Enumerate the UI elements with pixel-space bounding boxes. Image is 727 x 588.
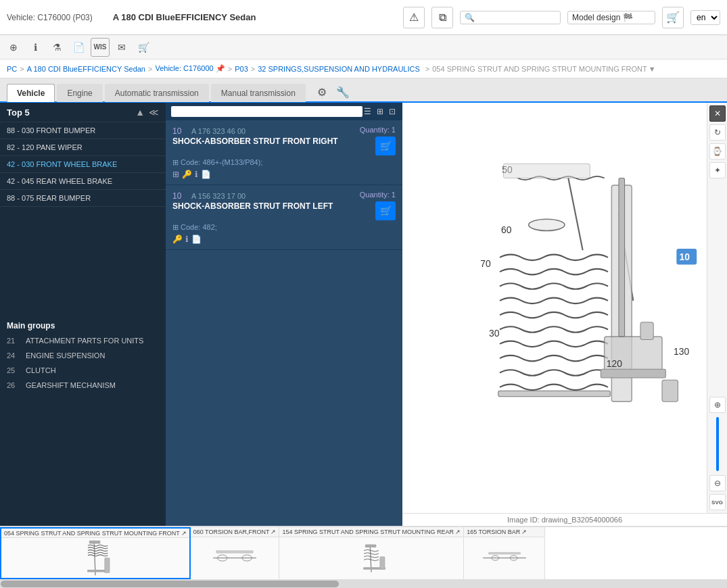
- thumbnail-2-img: [279, 537, 463, 579]
- cart2-icon[interactable]: 🛒: [134, 38, 153, 57]
- parts-item-1-key-icon[interactable]: 🔑: [172, 235, 183, 244]
- breadcrumb-sep3: >: [228, 65, 232, 73]
- tab-auto-trans[interactable]: Automatic transmission: [105, 84, 209, 102]
- diagram-history-icon[interactable]: ⌚: [709, 143, 726, 160]
- breadcrumb-dropdown-arrow[interactable]: ▼: [649, 65, 656, 73]
- thumbnail-0[interactable]: 054 SPRING STRUT AND SPRING STRUT MOUNTI…: [0, 527, 191, 579]
- top5-expand-icon[interactable]: ≪: [149, 107, 159, 118]
- model-label: A 180 CDI BlueEFFICIENCY Sedan: [113, 12, 256, 22]
- sidebar-group-3[interactable]: 26 GEARSHIFT MECHANISM: [0, 378, 166, 393]
- svg-rect-13: [105, 558, 110, 573]
- parts-item-1[interactable]: 10 A 156 323 17 00 SHOCK-ABSORBER STRUT …: [166, 185, 402, 250]
- parts-item-0-name: SHOCK-ABSORBER STRUT FRONT RIGHT: [172, 137, 338, 147]
- cart-icon[interactable]: 🛒: [662, 7, 684, 28]
- parts-list-header: ☰ ⊞ ⊡: [166, 103, 402, 120]
- label-10: 10: [680, 251, 690, 262]
- svg-rect-4: [619, 178, 625, 337]
- tab-engine[interactable]: Engine: [57, 84, 102, 102]
- top-search-input[interactable]: [475, 13, 556, 22]
- diagram-toolbar: ✕ ↻ ⌚ ✦ ⊕ ⊖ SVG: [707, 103, 727, 513]
- diagram-cross-icon[interactable]: ✦: [709, 162, 726, 178]
- label-130: 130: [674, 346, 689, 357]
- breadcrumb-model[interactable]: A 180 CDI BlueEFFICIENCY Sedan: [27, 65, 145, 73]
- diagram-zoom-out-btn[interactable]: ⊖: [709, 475, 726, 491]
- parts-item-0[interactable]: 10 A 176 323 46 00 SHOCK-ABSORBER STRUT …: [166, 120, 402, 185]
- top5-item-2[interactable]: 42 - 030 FRONT WHEEL BRAKE: [0, 156, 166, 173]
- svg-rect-7: [640, 322, 653, 340]
- svg-rect-17: [216, 551, 254, 554]
- thumb-svg-0: [68, 539, 122, 577]
- parts-item-1-info-icon[interactable]: ℹ: [185, 235, 189, 244]
- label-70: 70: [480, 258, 491, 269]
- parts-search-input[interactable]: [171, 106, 362, 117]
- parts-item-0-doc-icon[interactable]: 📄: [201, 170, 211, 179]
- warning-icon[interactable]: ⚠: [403, 7, 425, 28]
- breadcrumb-p03[interactable]: P03: [235, 65, 248, 73]
- svg-rect-19: [365, 545, 376, 548]
- thumbnail-0-img: [1, 538, 189, 578]
- copy-icon[interactable]: ⧉: [431, 7, 453, 28]
- label-60: 60: [501, 224, 512, 235]
- diagram-rotate-icon[interactable]: ↻: [709, 124, 726, 141]
- parts-item-1-doc-icon[interactable]: 📄: [191, 235, 202, 244]
- info-icon[interactable]: ℹ: [26, 38, 45, 57]
- top5-item-3[interactable]: 42 - 045 REAR WHEEL BRAKE: [0, 173, 166, 190]
- top5-item-2-name: FRONT WHEEL BRAKE: [36, 160, 117, 168]
- diagram-canvas[interactable]: 50 60 70: [402, 103, 727, 513]
- model-design-box[interactable]: Model design 🏁: [567, 11, 655, 24]
- svg-rect-2: [498, 391, 610, 397]
- thumbnail-2[interactable]: 154 SPRING STRUT AND SPRING STRUT MOUNTI…: [279, 527, 464, 579]
- document-icon[interactable]: 📄: [69, 38, 88, 57]
- top-search-box: 🔍: [460, 11, 561, 24]
- sidebar-group-2[interactable]: 25 CLUTCH: [0, 363, 166, 378]
- breadcrumb-sep2: >: [148, 65, 152, 73]
- diagram-svg-icon[interactable]: SVG: [709, 494, 726, 510]
- thumbnail-3[interactable]: 165 TORSION BAR ↗: [464, 527, 545, 579]
- parts-grid-icon[interactable]: ⊞: [375, 105, 385, 118]
- top5-title: Top 5: [7, 107, 30, 118]
- tools-tab-icon[interactable]: 🔧: [333, 83, 352, 101]
- thumbnail-3-label: 165 TORSION BAR ↗: [464, 527, 544, 537]
- tab-vehicle[interactable]: Vehicle: [7, 84, 55, 102]
- parts-item-0-key-icon[interactable]: 🔑: [182, 170, 192, 179]
- tab-manual-trans[interactable]: Manual transmission: [211, 84, 306, 102]
- thumbnail-1[interactable]: 060 TORSION BAR,FRONT ↗: [191, 527, 280, 579]
- breadcrumb-springs[interactable]: 32 SPRINGS,SUSPENSION AND HYDRAULICS: [258, 65, 420, 73]
- sidebar-group-0[interactable]: 21 ATTACHMENT PARTS FOR UNITS: [0, 333, 166, 348]
- svg-rect-21: [380, 557, 385, 569]
- lang-select[interactable]: en de fr: [690, 10, 720, 25]
- bottom-scrollbar-thumb: [1, 581, 339, 587]
- top5-item-0[interactable]: 88 - 030 FRONT BUMPER: [0, 122, 166, 139]
- svg-rect-0: [503, 164, 590, 178]
- settings-tab-icon[interactable]: ⚙: [314, 83, 329, 101]
- wis-icon[interactable]: WIS: [91, 38, 110, 57]
- parts-expand-icon[interactable]: ⊡: [388, 105, 397, 118]
- bottom-scrollbar[interactable]: [0, 580, 727, 588]
- zoom-in-icon[interactable]: ⊕: [4, 38, 23, 57]
- mail-icon[interactable]: ✉: [112, 38, 131, 57]
- breadcrumb-current-dropdown[interactable]: 054 SPRING STRUT AND SPRING STRUT MOUNTI…: [432, 65, 655, 73]
- filter-icon[interactable]: ⚗: [47, 38, 66, 57]
- parts-item-0-cart[interactable]: 🛒: [375, 137, 396, 155]
- thumbnail-0-link-icon: ↗: [181, 530, 187, 537]
- breadcrumb-vehicle[interactable]: Vehicle: C176000 📌: [155, 64, 225, 73]
- parts-list-icon[interactable]: ☰: [362, 105, 373, 118]
- top5-collapse-icon[interactable]: ▲: [135, 107, 145, 118]
- top5-item-4[interactable]: 88 - 075 REAR BUMPER: [0, 190, 166, 207]
- sidebar-group-1[interactable]: 24 ENGINE SUSPENSION: [0, 348, 166, 363]
- top5-item-1[interactable]: 82 - 120 PANE WIPER: [0, 139, 166, 156]
- parts-item-0-spec-icon[interactable]: ⊞: [172, 170, 179, 179]
- parts-item-1-cart[interactable]: 🛒: [375, 201, 396, 220]
- model-design-label: Model design: [572, 13, 620, 22]
- diagram-close-btn[interactable]: ✕: [709, 105, 726, 122]
- breadcrumb-sep1: >: [20, 65, 24, 73]
- parts-item-0-info-icon[interactable]: ℹ: [195, 170, 198, 179]
- thumbnail-0-label: 054 SPRING STRUT AND SPRING STRUT MOUNTI…: [1, 529, 189, 538]
- diagram-zoom-in-btn[interactable]: ⊕: [709, 397, 726, 413]
- svg-rect-8: [662, 380, 678, 401]
- sidebar-group-3-name: GEARSHIFT MECHANISM: [26, 381, 116, 389]
- parts-item-0-num: A 176 323 46 00: [191, 127, 245, 135]
- breadcrumb-pc[interactable]: PC: [7, 65, 17, 73]
- svg-rect-6: [601, 369, 665, 378]
- breadcrumb-sep4: >: [251, 65, 255, 73]
